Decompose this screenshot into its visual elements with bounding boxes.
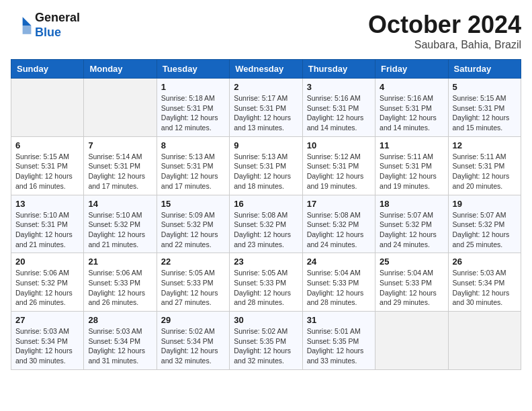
calendar-cell: 21Sunrise: 5:06 AM Sunset: 5:33 PM Dayli…	[84, 253, 157, 312]
day-number: 31	[307, 315, 371, 325]
day-number: 7	[88, 140, 152, 150]
day-number: 9	[234, 140, 298, 150]
calendar-cell: 31Sunrise: 5:01 AM Sunset: 5:35 PM Dayli…	[302, 312, 375, 370]
day-info: Sunrise: 5:12 AM Sunset: 5:31 PM Dayligh…	[307, 152, 371, 191]
day-info: Sunrise: 5:17 AM Sunset: 5:31 PM Dayligh…	[234, 93, 298, 133]
weekday-header-monday: Monday	[84, 60, 157, 79]
calendar-cell: 25Sunrise: 5:04 AM Sunset: 5:33 PM Dayli…	[375, 253, 448, 312]
day-info: Sunrise: 5:16 AM Sunset: 5:31 PM Dayligh…	[307, 93, 371, 133]
calendar-cell: 6Sunrise: 5:15 AM Sunset: 5:31 PM Daylig…	[11, 136, 84, 195]
day-number: 14	[88, 199, 152, 209]
logo: General Blue	[11, 11, 80, 40]
day-number: 19	[453, 199, 517, 209]
day-number: 21	[88, 257, 152, 267]
calendar-week-row: 27Sunrise: 5:03 AM Sunset: 5:34 PM Dayli…	[11, 312, 521, 370]
day-info: Sunrise: 5:15 AM Sunset: 5:31 PM Dayligh…	[15, 152, 79, 191]
calendar-cell: 20Sunrise: 5:06 AM Sunset: 5:32 PM Dayli…	[11, 253, 84, 312]
day-number: 11	[380, 140, 443, 150]
calendar-cell: 22Sunrise: 5:05 AM Sunset: 5:33 PM Dayli…	[157, 253, 229, 312]
calendar-cell: 1Sunrise: 5:18 AM Sunset: 5:31 PM Daylig…	[157, 79, 229, 137]
day-info: Sunrise: 5:16 AM Sunset: 5:31 PM Dayligh…	[380, 93, 443, 133]
day-info: Sunrise: 5:03 AM Sunset: 5:34 PM Dayligh…	[453, 268, 517, 308]
day-info: Sunrise: 5:14 AM Sunset: 5:31 PM Dayligh…	[88, 152, 152, 191]
day-info: Sunrise: 5:15 AM Sunset: 5:31 PM Dayligh…	[453, 93, 517, 133]
calendar-cell: 15Sunrise: 5:09 AM Sunset: 5:32 PM Dayli…	[157, 195, 229, 253]
calendar-cell: 27Sunrise: 5:03 AM Sunset: 5:34 PM Dayli…	[11, 312, 84, 370]
weekday-header-wednesday: Wednesday	[230, 60, 302, 79]
svg-marker-1	[23, 26, 32, 34]
day-number: 13	[15, 199, 79, 209]
calendar-cell: 24Sunrise: 5:04 AM Sunset: 5:33 PM Dayli…	[302, 253, 375, 312]
calendar-cell	[375, 312, 448, 370]
weekday-header-sunday: Sunday	[11, 60, 84, 79]
day-number: 27	[15, 315, 79, 325]
calendar-cell: 3Sunrise: 5:16 AM Sunset: 5:31 PM Daylig…	[302, 79, 375, 137]
day-info: Sunrise: 5:07 AM Sunset: 5:32 PM Dayligh…	[453, 210, 517, 250]
day-info: Sunrise: 5:13 AM Sunset: 5:31 PM Dayligh…	[234, 152, 298, 191]
day-number: 3	[307, 82, 371, 92]
calendar-cell	[448, 312, 521, 370]
calendar-cell	[84, 79, 157, 137]
day-info: Sunrise: 5:08 AM Sunset: 5:32 PM Dayligh…	[307, 210, 371, 250]
page-header: General Blue October 2024 Saubara, Bahia…	[11, 11, 521, 51]
day-info: Sunrise: 5:04 AM Sunset: 5:33 PM Dayligh…	[380, 268, 443, 308]
day-info: Sunrise: 5:07 AM Sunset: 5:32 PM Dayligh…	[380, 210, 443, 250]
calendar-cell: 5Sunrise: 5:15 AM Sunset: 5:31 PM Daylig…	[448, 79, 521, 137]
day-info: Sunrise: 5:04 AM Sunset: 5:33 PM Dayligh…	[307, 268, 371, 308]
calendar-week-row: 1Sunrise: 5:18 AM Sunset: 5:31 PM Daylig…	[11, 79, 521, 137]
day-number: 23	[234, 257, 298, 267]
day-number: 17	[307, 199, 371, 209]
calendar-cell: 14Sunrise: 5:10 AM Sunset: 5:32 PM Dayli…	[84, 195, 157, 253]
calendar-cell: 8Sunrise: 5:13 AM Sunset: 5:31 PM Daylig…	[157, 136, 229, 195]
calendar-cell: 19Sunrise: 5:07 AM Sunset: 5:32 PM Dayli…	[448, 195, 521, 253]
day-info: Sunrise: 5:05 AM Sunset: 5:33 PM Dayligh…	[161, 268, 225, 308]
logo-icon	[11, 15, 32, 36]
calendar-cell: 17Sunrise: 5:08 AM Sunset: 5:32 PM Dayli…	[302, 195, 375, 253]
day-number: 12	[453, 140, 517, 150]
calendar-cell: 11Sunrise: 5:11 AM Sunset: 5:31 PM Dayli…	[375, 136, 448, 195]
location-title: Saubara, Bahia, Brazil	[368, 39, 521, 51]
calendar-cell: 4Sunrise: 5:16 AM Sunset: 5:31 PM Daylig…	[375, 79, 448, 137]
calendar-cell: 23Sunrise: 5:05 AM Sunset: 5:33 PM Dayli…	[230, 253, 302, 312]
day-info: Sunrise: 5:08 AM Sunset: 5:32 PM Dayligh…	[234, 210, 298, 250]
day-info: Sunrise: 5:10 AM Sunset: 5:32 PM Dayligh…	[88, 210, 152, 250]
logo-general: General	[35, 11, 80, 24]
calendar-week-row: 20Sunrise: 5:06 AM Sunset: 5:32 PM Dayli…	[11, 253, 521, 312]
calendar-cell: 7Sunrise: 5:14 AM Sunset: 5:31 PM Daylig…	[84, 136, 157, 195]
day-info: Sunrise: 5:02 AM Sunset: 5:35 PM Dayligh…	[234, 326, 298, 366]
day-number: 20	[15, 257, 79, 267]
calendar-cell: 2Sunrise: 5:17 AM Sunset: 5:31 PM Daylig…	[230, 79, 302, 137]
weekday-header-tuesday: Tuesday	[157, 60, 229, 79]
day-number: 25	[380, 257, 443, 267]
calendar-cell: 28Sunrise: 5:03 AM Sunset: 5:34 PM Dayli…	[84, 312, 157, 370]
day-number: 18	[380, 199, 443, 209]
day-info: Sunrise: 5:10 AM Sunset: 5:31 PM Dayligh…	[15, 210, 79, 250]
calendar-cell: 29Sunrise: 5:02 AM Sunset: 5:34 PM Dayli…	[157, 312, 229, 370]
weekday-header-row: SundayMondayTuesdayWednesdayThursdayFrid…	[11, 60, 521, 79]
day-number: 2	[234, 82, 298, 92]
day-info: Sunrise: 5:11 AM Sunset: 5:31 PM Dayligh…	[453, 152, 517, 191]
day-number: 10	[307, 140, 371, 150]
weekday-header-friday: Friday	[375, 60, 448, 79]
calendar-cell: 26Sunrise: 5:03 AM Sunset: 5:34 PM Dayli…	[448, 253, 521, 312]
day-info: Sunrise: 5:09 AM Sunset: 5:32 PM Dayligh…	[161, 210, 225, 250]
month-title: October 2024	[368, 11, 521, 39]
logo-blue: Blue	[35, 26, 61, 39]
calendar-cell: 9Sunrise: 5:13 AM Sunset: 5:31 PM Daylig…	[230, 136, 302, 195]
title-block: October 2024 Saubara, Bahia, Brazil	[368, 11, 521, 51]
calendar-cell: 30Sunrise: 5:02 AM Sunset: 5:35 PM Dayli…	[230, 312, 302, 370]
day-info: Sunrise: 5:05 AM Sunset: 5:33 PM Dayligh…	[234, 268, 298, 308]
calendar-cell: 13Sunrise: 5:10 AM Sunset: 5:31 PM Dayli…	[11, 195, 84, 253]
day-number: 8	[161, 140, 225, 150]
day-number: 22	[161, 257, 225, 267]
day-info: Sunrise: 5:03 AM Sunset: 5:34 PM Dayligh…	[15, 326, 79, 366]
day-info: Sunrise: 5:06 AM Sunset: 5:33 PM Dayligh…	[88, 268, 152, 308]
day-info: Sunrise: 5:18 AM Sunset: 5:31 PM Dayligh…	[161, 93, 225, 133]
day-number: 26	[453, 257, 517, 267]
day-info: Sunrise: 5:11 AM Sunset: 5:31 PM Dayligh…	[380, 152, 443, 191]
day-info: Sunrise: 5:13 AM Sunset: 5:31 PM Dayligh…	[161, 152, 225, 191]
weekday-header-saturday: Saturday	[448, 60, 521, 79]
calendar-cell: 10Sunrise: 5:12 AM Sunset: 5:31 PM Dayli…	[302, 136, 375, 195]
calendar-cell: 18Sunrise: 5:07 AM Sunset: 5:32 PM Dayli…	[375, 195, 448, 253]
calendar-week-row: 13Sunrise: 5:10 AM Sunset: 5:31 PM Dayli…	[11, 195, 521, 253]
